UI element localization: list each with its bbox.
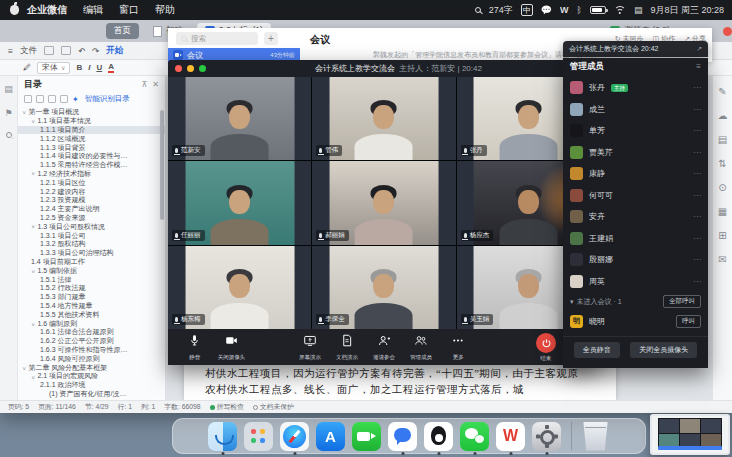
member-more-icon[interactable]: ⋯ [693, 169, 701, 178]
toc-item[interactable]: 1.6.1 法律合法合规原则 [18, 328, 165, 337]
video-tile[interactable]: 管伟 [312, 77, 455, 160]
end-meeting-button[interactable]: 结束 [536, 333, 556, 363]
font-color-button[interactable]: A [108, 62, 114, 73]
insert-icon[interactable]: ⊞ [718, 230, 726, 241]
toc-item[interactable]: (1) 资产国有化/征用/没… [18, 390, 165, 399]
wifi-icon[interactable] [614, 6, 626, 15]
video-tile[interactable]: 杨东梅 [168, 246, 311, 329]
file-menu[interactable]: 文件 [20, 45, 37, 57]
smart-toc-button[interactable]: 智能识别目录 [85, 94, 130, 104]
toc-item[interactable]: 1.6.3 可操作性和指导性原… [18, 346, 165, 355]
member-more-icon[interactable]: ⋯ [693, 191, 701, 200]
toc-level3-icon[interactable] [48, 95, 56, 103]
members-button[interactable]: 管理成员 [403, 333, 440, 362]
sort-icon[interactable]: ⇅ [718, 158, 726, 169]
clock[interactable]: 9月8日 周三 20:28 [650, 6, 724, 15]
pin-icon[interactable]: ⊼ [141, 80, 147, 89]
doc-protect-status[interactable]: 文档未保护 [253, 402, 294, 412]
member-more-icon[interactable]: ⋯ [693, 234, 701, 243]
toc-item[interactable]: 1.5.2 行政法规 [18, 284, 165, 293]
pages-icon[interactable]: ▤ [718, 134, 727, 145]
video-tile[interactable]: 郝丽娟 [312, 161, 455, 244]
toc-item[interactable]: 1.2.5 资金来源 [18, 214, 165, 223]
bluetooth-icon[interactable]: ᛒ [577, 6, 582, 15]
member-row[interactable]: 王建娟⋯ [563, 228, 708, 250]
member-more-icon[interactable]: ⋯ [693, 277, 701, 286]
toc-item[interactable]: 1.2.3 投资规模 [18, 196, 165, 205]
zoom-traffic-light[interactable] [199, 65, 206, 72]
member-row[interactable]: 单芳⋯ [563, 120, 708, 142]
menu-icon[interactable]: ≡ [8, 46, 13, 56]
toc-item[interactable]: 1.6.4 风险可控原则 [18, 354, 165, 363]
toc-item[interactable]: ∨1.3 项目公司股权情况 [18, 222, 165, 231]
member-list-menu-icon[interactable]: ≡ [696, 62, 701, 71]
call-button[interactable]: 呼叫 [676, 315, 701, 328]
toc-level2-icon[interactable] [36, 95, 44, 103]
invite-button[interactable]: 邀请参会 [366, 333, 403, 362]
spell-check-status[interactable]: 拼写检查 [210, 402, 244, 412]
toc-item[interactable]: 1.2.1 项目区位 [18, 178, 165, 187]
wps-close-button[interactable] [723, 27, 732, 36]
help-menu[interactable]: 帮助 [147, 3, 183, 17]
dock-facetime[interactable] [352, 421, 382, 451]
meeting-mini-title[interactable]: 会计系统上教学交流会 20:42 ↗ [563, 41, 708, 57]
search-input[interactable]: 搜索 [176, 32, 258, 45]
member-more-icon[interactable]: ⋯ [693, 148, 701, 157]
mail-icon[interactable]: ✉ [718, 254, 726, 265]
add-button[interactable]: + [264, 32, 278, 45]
input-method-icon[interactable]: 中 [521, 4, 533, 16]
member-row[interactable]: 贾美芹⋯ [563, 142, 708, 164]
toc-level1-icon[interactable] [24, 95, 32, 103]
window-menu[interactable]: 窗口 [111, 3, 147, 17]
find-icon[interactable] [6, 132, 12, 138]
toc-item[interactable]: 1.5.1 法律 [18, 275, 165, 284]
member-more-icon[interactable]: ⋯ [693, 105, 701, 114]
member-row[interactable]: 张丹主持⋯ [563, 77, 708, 99]
app-menu[interactable]: 企业微信 [19, 3, 75, 17]
video-tile[interactable]: 李保全 [312, 246, 455, 329]
dock-wecom[interactable] [388, 421, 418, 451]
control-center-icon[interactable]: ▤ [634, 6, 643, 15]
font-select[interactable]: 宋体∨ [37, 62, 70, 74]
mute-all-button[interactable]: 全员静音 [574, 342, 620, 358]
bold-button[interactable]: B [76, 63, 82, 72]
toc-item[interactable]: ∨第一章 项目概况 [18, 108, 165, 117]
toc-item[interactable]: 1.3.1 项目公司 [18, 231, 165, 240]
save-icon[interactable] [44, 46, 54, 55]
dock-qq[interactable] [424, 421, 454, 451]
dock-wps[interactable] [496, 421, 526, 451]
edit-menu[interactable]: 编辑 [75, 3, 111, 17]
video-tile[interactable]: 范新安 [168, 77, 311, 160]
dock-trash[interactable] [581, 421, 611, 451]
format-painter-icon[interactable]: 🖉 [23, 63, 31, 72]
toc-scrollbar[interactable] [160, 110, 164, 220]
dock-appstore[interactable] [316, 421, 346, 451]
screen-share-button[interactable]: 屏幕演示 [292, 333, 329, 362]
print-icon[interactable] [61, 46, 71, 55]
close-traffic-light[interactable] [175, 65, 182, 72]
bookmark-icon[interactable]: ⚑ [4, 108, 12, 118]
dock-wechat[interactable] [460, 421, 490, 451]
minimized-window-thumbnail[interactable] [650, 414, 730, 455]
member-row[interactable]: 周英⋯ [563, 271, 708, 293]
member-more-icon[interactable]: ⋯ [693, 126, 701, 135]
paste-icon[interactable] [8, 62, 17, 73]
dock-safari[interactable] [280, 421, 310, 451]
italic-button[interactable]: I [88, 63, 90, 72]
close-all-cameras-button[interactable]: 关闭全员摄像头 [630, 342, 697, 358]
tab-home[interactable]: 首页 [106, 23, 139, 39]
member-row[interactable]: 殷丽娜⋯ [563, 249, 708, 271]
table-icon[interactable]: ▦ [718, 206, 727, 217]
wps-menubar-icon[interactable]: W [560, 6, 569, 15]
call-all-button[interactable]: 全部呼叫 [663, 295, 701, 308]
dock-settings[interactable] [532, 421, 562, 451]
member-more-icon[interactable]: ⋯ [693, 212, 701, 221]
member-row[interactable]: 安卉⋯ [563, 206, 708, 228]
close-icon[interactable]: ✕ [152, 80, 159, 89]
battery-icon[interactable] [590, 6, 606, 14]
dock-finder[interactable] [208, 421, 238, 451]
edit-icon[interactable]: ✎ [718, 86, 726, 97]
search-icon[interactable] [475, 7, 481, 13]
toc-item[interactable]: 1.5.4 地方性规章 [18, 302, 165, 311]
history-icon[interactable]: ⊙ [718, 182, 726, 193]
